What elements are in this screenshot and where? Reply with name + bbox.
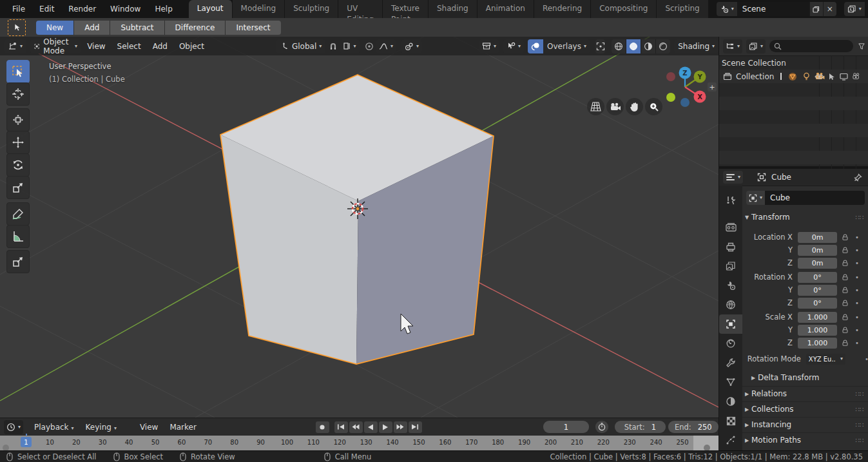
object-menu[interactable]: Object [173, 42, 210, 51]
view-layer-name[interactable]: View Layer [865, 2, 868, 16]
timeline-editor-type-button[interactable]: ▾ [4, 420, 23, 434]
new-scene-button[interactable] [809, 2, 823, 16]
select-menu[interactable]: Select [111, 42, 147, 51]
scale-z-input[interactable]: 1.000 [798, 338, 837, 349]
outliner-search-input[interactable] [769, 40, 853, 52]
object-name-field[interactable]: Cube [765, 191, 865, 205]
menu-help[interactable]: Help [148, 5, 179, 14]
shading-solid-button[interactable] [626, 39, 641, 53]
unlink-scene-button[interactable]: × [823, 2, 836, 16]
add-button[interactable]: Add [74, 21, 110, 35]
shading-material-button[interactable] [641, 39, 656, 53]
pan-view-button[interactable] [626, 98, 643, 115]
relations-panel[interactable]: ▶ Relations ∷∷ [742, 386, 868, 401]
scale-x-input[interactable]: 1.000 [798, 312, 837, 323]
animate-dot[interactable]: • [855, 327, 859, 334]
menu-window[interactable]: Window [103, 5, 148, 14]
shading-dropdown[interactable]: Shading ▾ [674, 39, 719, 53]
tool-transform[interactable] [6, 108, 30, 131]
location-z-input[interactable]: 0m [798, 258, 837, 269]
lock-icon[interactable] [842, 299, 849, 307]
tab-rendering[interactable]: Rendering [534, 0, 591, 18]
intersect-button[interactable]: Intersect [226, 21, 280, 35]
animate-dot[interactable]: • [855, 314, 859, 321]
lock-icon[interactable] [842, 233, 849, 241]
menu-render[interactable]: Render [61, 5, 103, 14]
animate-dot[interactable]: • [855, 260, 859, 267]
tab-render[interactable] [719, 218, 742, 237]
tab-layout[interactable]: Layout [189, 0, 233, 18]
next-keyframe-button[interactable] [394, 421, 407, 433]
transform-orientation-dropdown[interactable]: Global ▾ [276, 39, 325, 53]
proportional-editing-toggle[interactable] [365, 39, 374, 53]
tab-modifiers[interactable] [719, 353, 742, 372]
outliner-row-collection[interactable]: Collection [719, 70, 868, 83]
tool-measure[interactable] [6, 225, 30, 248]
end-frame-field[interactable]: End: 250 [668, 421, 719, 433]
object-id-browse-button[interactable]: ▾ [746, 191, 765, 205]
jump-to-end-button[interactable] [409, 421, 422, 433]
animate-dot[interactable]: • [855, 340, 859, 347]
outliner-display-mode-button[interactable]: ▾ [746, 39, 766, 53]
lock-icon[interactable] [842, 326, 849, 334]
tab-material[interactable] [719, 392, 742, 411]
navigation-gizmo[interactable]: Z Y X [661, 64, 712, 122]
tab-particles[interactable] [719, 430, 742, 450]
tab-object[interactable] [719, 314, 742, 334]
lock-icon[interactable] [842, 339, 849, 347]
location-x-input[interactable]: 0m [798, 232, 837, 243]
lock-icon[interactable] [842, 246, 849, 254]
animate-dot[interactable]: • [855, 300, 859, 307]
playback-menu[interactable]: Playback▾ [28, 423, 80, 432]
auto-keyframe-button[interactable] [595, 421, 608, 433]
xray-toggle-button[interactable] [595, 39, 605, 53]
tool-cursor[interactable] [6, 82, 30, 106]
outliner-editor-type-button[interactable]: ▾ [723, 39, 742, 53]
light-icon[interactable] [802, 72, 811, 81]
playhead[interactable]: 1 [21, 437, 32, 447]
instancing-panel[interactable]: ▶ Instancing ∷∷ [742, 417, 868, 432]
tab-constraints[interactable] [719, 334, 742, 353]
tab-texture-paint[interactable]: Texture Paint [383, 0, 429, 18]
view-menu[interactable]: View [81, 42, 111, 51]
panel-grip[interactable]: ∷∷ [855, 421, 863, 428]
viewport-visibility-icon[interactable] [840, 73, 848, 81]
animate-dot[interactable]: • [855, 287, 859, 294]
collections-panel[interactable]: ▶ Collections ∷∷ [742, 401, 868, 416]
snap-settings-dropdown[interactable]: ▾ [340, 39, 360, 53]
overlays-dropdown[interactable]: Overlays ▾ [543, 39, 590, 53]
tab-scene[interactable] [719, 276, 742, 295]
panel-grip[interactable]: ∷∷ [855, 437, 863, 444]
panel-grip[interactable]: ∷∷ [855, 390, 863, 398]
overlays-toggle-button[interactable] [528, 39, 543, 53]
timeline-ruler[interactable]: 1020304050607080901001101201301401501601… [0, 436, 719, 451]
outliner-row-scene-collection[interactable]: Scene Collection [719, 56, 868, 70]
mode-selector[interactable]: Object Mode ▾ [30, 39, 81, 53]
properties-editor-type-button[interactable]: ▾ [723, 171, 743, 184]
neg-x-axis-ball[interactable] [666, 72, 675, 81]
jump-to-start-button[interactable] [334, 421, 348, 433]
mesh-data-icon[interactable] [788, 72, 797, 81]
scale-y-input[interactable]: 1.000 [798, 325, 837, 336]
zoom-view-button[interactable] [645, 98, 662, 115]
rotation-z-input[interactable]: 0° [798, 298, 837, 309]
play-reverse-button[interactable] [364, 421, 378, 433]
shading-rendered-button[interactable] [656, 39, 670, 53]
tab-compositing[interactable]: Compositing [591, 0, 657, 18]
motion-paths-panel[interactable]: ▶ Motion Paths ∷∷ [742, 432, 868, 447]
menu-edit[interactable]: Edit [32, 5, 61, 14]
tab-output[interactable] [719, 237, 742, 256]
tool-select-box[interactable] [6, 60, 30, 83]
lock-icon[interactable] [842, 273, 849, 281]
editor-type-button[interactable]: ▾ [4, 39, 26, 53]
scene-name[interactable]: Scene [737, 2, 809, 16]
pivot-point-dropdown[interactable]: ▾ [401, 39, 422, 53]
viewport-3d[interactable]: ▾ Object Mode ▾ View Select Add Object G… [0, 37, 719, 418]
render-visibility-icon[interactable] [852, 73, 861, 80]
toggle-perspective-button[interactable] [587, 98, 604, 115]
play-button[interactable] [379, 421, 392, 433]
add-menu[interactable]: Add [147, 42, 173, 51]
object-visibility-dropdown[interactable]: ▾ [479, 39, 499, 53]
rotation-y-input[interactable]: 0° [798, 285, 837, 296]
snap-toggle-button[interactable] [328, 39, 338, 53]
